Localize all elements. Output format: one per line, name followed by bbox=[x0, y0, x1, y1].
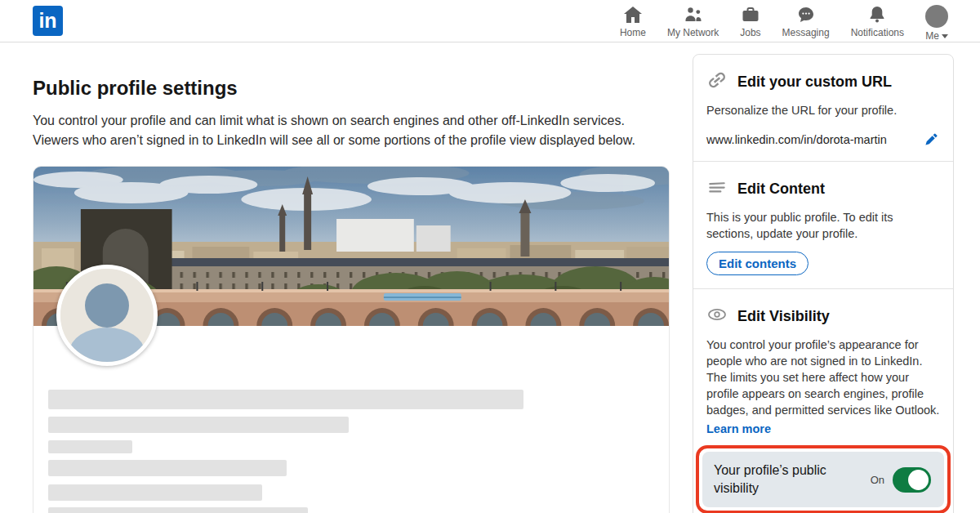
jobs-icon bbox=[741, 5, 760, 25]
edit-url-pencil-icon[interactable] bbox=[923, 131, 940, 148]
page-description: You control your profile and can limit w… bbox=[33, 111, 670, 150]
avatar bbox=[56, 265, 158, 366]
public-profile-preview-card bbox=[33, 166, 670, 513]
highlight-annotation: Your profile’s public visibility On bbox=[696, 445, 951, 513]
section-edit-visibility: Edit Visibility You control your profile… bbox=[693, 288, 953, 436]
toggle-label: Your profile’s public visibility bbox=[714, 462, 844, 497]
nav-item-label: My Network bbox=[667, 27, 719, 38]
redacted-text-bar bbox=[48, 460, 287, 476]
section-title: Edit Visibility bbox=[737, 308, 830, 325]
redacted-text-bar bbox=[48, 390, 523, 409]
section-edit-content: Edit Content This is your public profile… bbox=[693, 161, 953, 288]
page-title: Public profile settings bbox=[33, 76, 670, 100]
chevron-down-icon bbox=[942, 34, 948, 38]
learn-more-link[interactable]: Learn more bbox=[706, 422, 771, 435]
nav-item-messaging[interactable]: Messaging bbox=[772, 0, 840, 38]
public-visibility-toggle-row: Your profile’s public visibility On bbox=[702, 452, 944, 507]
home-icon bbox=[623, 5, 643, 25]
me-avatar bbox=[925, 5, 948, 28]
section-description: Personalize the URL for your profile. bbox=[706, 102, 940, 118]
messaging-icon bbox=[796, 5, 816, 25]
nav-item-home[interactable]: Home bbox=[609, 0, 657, 38]
edit-contents-button[interactable]: Edit contents bbox=[706, 252, 808, 275]
section-title: Edit Content bbox=[737, 181, 825, 198]
toggle-state-label: On bbox=[871, 474, 884, 486]
notifications-icon bbox=[867, 5, 887, 25]
nav-item-my-network[interactable]: My Network bbox=[657, 0, 729, 38]
my-network-icon bbox=[684, 5, 703, 25]
custom-url-value: www.linkedin.com/in/dorota-martin bbox=[706, 133, 887, 146]
content-lines-icon bbox=[706, 176, 728, 201]
section-description: This is your public profile. To edit its… bbox=[706, 209, 940, 242]
section-description: You control your profile’s appearance fo… bbox=[706, 337, 940, 418]
redacted-text-bar bbox=[48, 417, 349, 433]
nav-item-label: Me bbox=[925, 30, 939, 42]
sidebar-card: Edit your custom URL Personalize the URL… bbox=[693, 54, 954, 513]
nav-item-me[interactable]: Me bbox=[915, 0, 959, 42]
nav-item-label: Home bbox=[620, 27, 646, 38]
section-custom-url: Edit your custom URL Personalize the URL… bbox=[693, 55, 953, 161]
redacted-text-bar bbox=[48, 507, 308, 513]
nav-item-label: Notifications bbox=[851, 27, 904, 38]
nav-item-label: Messaging bbox=[782, 27, 830, 38]
eye-icon bbox=[706, 304, 728, 328]
nav-items: Home My Network Jobs bbox=[609, 0, 980, 42]
section-title: Edit your custom URL bbox=[737, 74, 892, 91]
main-content: Public profile settings You control your… bbox=[33, 42, 670, 513]
toggle-knob bbox=[908, 470, 929, 490]
nav-item-notifications[interactable]: Notifications bbox=[840, 0, 915, 38]
page-description-line: You control your profile and can limit w… bbox=[33, 111, 670, 131]
linkedin-logo[interactable]: in bbox=[33, 6, 63, 36]
nav-item-label: Jobs bbox=[740, 27, 760, 38]
nav-item-jobs[interactable]: Jobs bbox=[729, 0, 771, 38]
redacted-text-bar bbox=[48, 484, 262, 501]
public-visibility-toggle[interactable] bbox=[893, 467, 931, 493]
page-description-line: Viewers who aren’t signed in to LinkedIn… bbox=[33, 131, 670, 150]
redacted-text-bar bbox=[48, 440, 132, 453]
link-icon bbox=[706, 69, 728, 94]
top-nav: in Home My Network Job bbox=[0, 0, 980, 42]
sidebar: Edit your custom URL Personalize the URL… bbox=[693, 42, 954, 513]
redacted-lines bbox=[48, 390, 669, 513]
